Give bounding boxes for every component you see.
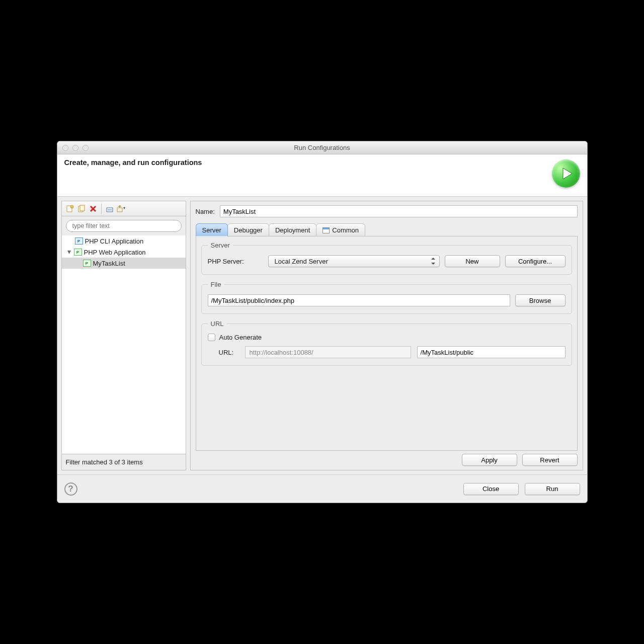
close-button[interactable]: Close	[463, 483, 519, 495]
tree-item-php-web[interactable]: P PHP Web Application	[62, 247, 186, 258]
tree-item-mytasklist[interactable]: P MyTaskList	[62, 258, 186, 269]
delete-config-icon[interactable]	[88, 204, 98, 214]
url-fieldset: URL Auto Generate URL: http://localhost:…	[201, 320, 572, 366]
name-input[interactable]	[220, 205, 578, 217]
new-config-icon[interactable]: +	[65, 204, 75, 214]
filter-settings-icon[interactable]	[116, 204, 126, 214]
config-tree[interactable]: P PHP CLI Application P PHP Web Applicat…	[62, 235, 186, 454]
tab-common[interactable]: Common	[316, 223, 365, 236]
svg-text:+: +	[71, 205, 72, 208]
tab-deployment[interactable]: Deployment	[269, 223, 316, 236]
configure-server-button[interactable]: Configure...	[505, 255, 566, 267]
file-fieldset: File Browse	[201, 281, 572, 314]
file-legend: File	[208, 281, 224, 288]
tab-debugger[interactable]: Debugger	[227, 223, 269, 236]
php-web-icon: P	[74, 249, 82, 256]
new-server-button[interactable]: New	[445, 255, 500, 267]
common-tab-icon	[323, 227, 330, 233]
svg-marker-12	[123, 207, 125, 209]
body: + P PHP CLI Appl	[57, 197, 587, 474]
php-server-select[interactable]: Local Zend Server	[268, 255, 440, 267]
php-icon: P	[75, 237, 83, 245]
apply-button[interactable]: Apply	[462, 454, 517, 466]
run-orb-icon	[552, 159, 580, 188]
disclosure-triangle-icon[interactable]	[67, 250, 72, 255]
tree-item-label: PHP CLI Application	[85, 237, 144, 245]
svg-marker-13	[67, 251, 71, 254]
name-row: Name:	[196, 205, 578, 217]
svg-marker-0	[563, 168, 572, 179]
revert-button[interactable]: Revert	[522, 454, 578, 466]
window-title: Run Configurations	[57, 144, 587, 151]
name-label: Name:	[196, 208, 215, 215]
php-server-label: PHP Server:	[208, 258, 263, 265]
filter-input[interactable]	[66, 220, 182, 232]
server-legend: Server	[208, 242, 233, 249]
run-configurations-window: Run Configurations Create, manage, and r…	[57, 141, 588, 503]
url-path-input[interactable]	[417, 346, 566, 358]
server-fieldset: Server PHP Server: Local Zend Server New…	[201, 242, 572, 275]
tree-item-label: PHP Web Application	[84, 249, 146, 256]
auto-generate-checkbox[interactable]	[208, 334, 215, 341]
titlebar: Run Configurations	[57, 141, 587, 154]
auto-generate-label: Auto Generate	[219, 334, 262, 341]
config-detail-panel: Name: Server Debugger Deployment Common …	[190, 201, 583, 470]
server-tab-content: Server PHP Server: Local Zend Server New…	[196, 236, 578, 451]
tree-item-label: MyTaskList	[93, 260, 125, 267]
file-path-input[interactable]	[208, 294, 510, 306]
header: Create, manage, and run configurations	[57, 154, 587, 197]
config-list-panel: + P PHP CLI Appl	[61, 201, 186, 470]
collapse-all-icon[interactable]	[105, 204, 115, 214]
filter-status: Filter matched 3 of 3 items	[62, 454, 186, 470]
config-toolbar: +	[62, 201, 186, 216]
browse-button[interactable]: Browse	[515, 294, 566, 306]
svg-rect-10	[117, 208, 122, 212]
detail-actions: Apply Revert	[196, 454, 578, 466]
tab-server[interactable]: Server	[196, 223, 228, 236]
header-title: Create, manage, and run configurations	[64, 158, 202, 167]
url-base-readonly: http://localhost:10088/	[245, 346, 411, 358]
run-button[interactable]: Run	[525, 483, 580, 495]
svg-rect-5	[80, 205, 85, 211]
duplicate-config-icon[interactable]	[76, 204, 87, 214]
footer: ? Close Run	[57, 474, 587, 503]
url-legend: URL	[208, 320, 227, 328]
tabs: Server Debugger Deployment Common	[196, 222, 578, 236]
php-web-icon: P	[83, 260, 91, 267]
help-icon[interactable]: ?	[64, 482, 77, 496]
tree-item-php-cli[interactable]: P PHP CLI Application	[62, 235, 186, 247]
url-label: URL:	[219, 349, 239, 356]
